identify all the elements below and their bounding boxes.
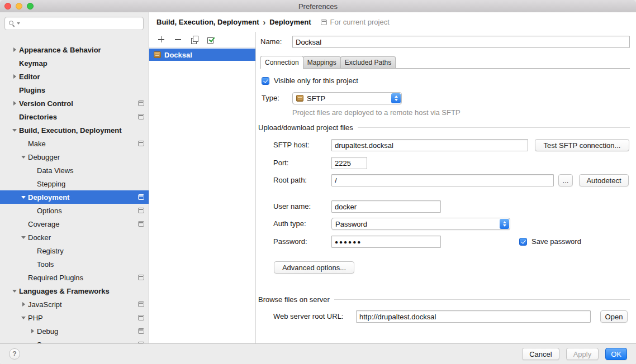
- sidebar-item-label: Data Views: [37, 166, 74, 175]
- sidebar-item-required-plugins[interactable]: Required Plugins: [0, 271, 149, 284]
- browse-section-title: Browse files on server: [258, 295, 330, 304]
- tab-mappings[interactable]: Mappings: [303, 56, 341, 68]
- sidebar-item-data-views[interactable]: Data Views: [0, 164, 149, 177]
- sidebar-item-appearance-behavior[interactable]: Appearance & Behavior: [0, 43, 149, 56]
- sidebar-item-keymap[interactable]: Keymap: [0, 56, 149, 70]
- project-scope-icon: [138, 194, 144, 200]
- advanced-options-button[interactable]: Advanced options...: [274, 261, 354, 274]
- autodetect-button[interactable]: Autodetect: [579, 174, 629, 186]
- password-field[interactable]: [331, 236, 441, 248]
- server-list-item-docksal[interactable]: Docksal: [149, 49, 255, 61]
- section-divider: [358, 127, 630, 128]
- sftp-host-field[interactable]: [331, 139, 528, 151]
- port-label: Port:: [273, 157, 288, 169]
- chevron-down-icon[interactable]: [19, 156, 28, 159]
- user-name-field[interactable]: [331, 200, 441, 213]
- type-select[interactable]: SFTP: [292, 92, 402, 104]
- open-button[interactable]: Open: [600, 310, 628, 323]
- sidebar-item-debugger[interactable]: Debugger: [0, 150, 149, 164]
- sidebar-item-plugins[interactable]: Plugins: [0, 83, 149, 97]
- use-as-default-button[interactable]: [207, 35, 216, 44]
- search-icon[interactable]: [8, 20, 15, 27]
- chevron-right-icon[interactable]: [19, 302, 28, 306]
- browse-section-header: Browse files on server: [258, 293, 630, 305]
- auth-type-select[interactable]: Password: [331, 218, 510, 230]
- chevron-down-icon[interactable]: [10, 290, 19, 293]
- sidebar-item-make[interactable]: Make: [0, 137, 149, 150]
- sidebar-item-options[interactable]: Options: [0, 204, 149, 217]
- sidebar-item-registry[interactable]: Registry: [0, 244, 149, 257]
- upload-section-title: Upload/download project files: [258, 123, 353, 132]
- chevron-right-icon[interactable]: [10, 101, 19, 106]
- sidebar-item-deployment[interactable]: Deployment: [0, 190, 149, 204]
- sidebar-item-servers[interactable]: Servers: [0, 338, 149, 343]
- sidebar-item-directories[interactable]: Directories: [0, 110, 149, 123]
- dialog-buttons: Cancel Apply OK: [522, 348, 627, 360]
- sidebar-item-php[interactable]: PHP: [0, 311, 149, 324]
- sftp-host-label: SFTP host:: [273, 139, 310, 151]
- settings-tabs: Connection Mappings Excluded Paths: [260, 55, 630, 69]
- sidebar-item-stepping[interactable]: Stepping: [0, 177, 149, 190]
- sidebar-item-label: Languages & Frameworks: [19, 287, 110, 295]
- sidebar-item-label: Appearance & Behavior: [19, 46, 101, 54]
- password-label: Password:: [273, 236, 307, 248]
- user-name-label: User name:: [273, 200, 311, 213]
- apply-button[interactable]: Apply: [566, 348, 599, 360]
- test-sftp-connection-button[interactable]: Test SFTP connection...: [535, 139, 629, 151]
- sidebar-item-javascript[interactable]: JavaScript: [0, 298, 149, 311]
- sidebar-item-label: Deployment: [28, 193, 69, 202]
- cancel-button[interactable]: Cancel: [522, 348, 559, 360]
- sidebar-item-label: Coverage: [28, 220, 59, 228]
- auth-type-label: Auth type:: [273, 218, 306, 230]
- sidebar-item-languages-frameworks[interactable]: Languages & Frameworks: [0, 284, 149, 298]
- sidebar-item-label: Editor: [19, 73, 40, 81]
- chevron-down-icon[interactable]: [10, 129, 19, 132]
- settings-search-field[interactable]: [4, 17, 144, 30]
- sidebar-item-docker[interactable]: Docker: [0, 231, 149, 244]
- minimize-window-button[interactable]: [16, 3, 22, 9]
- chevron-right-icon[interactable]: [10, 74, 19, 79]
- add-server-button[interactable]: [156, 35, 165, 44]
- port-field[interactable]: [331, 157, 367, 169]
- browse-root-path-button[interactable]: ...: [558, 174, 573, 186]
- tab-connection[interactable]: Connection: [260, 56, 303, 69]
- copy-server-button[interactable]: [190, 35, 199, 44]
- sidebar-item-tools[interactable]: Tools: [0, 257, 149, 271]
- ok-button[interactable]: OK: [605, 348, 627, 360]
- visible-only-label: Visible only for this project: [274, 75, 358, 87]
- title-bar: Preferences: [0, 0, 636, 13]
- section-divider: [334, 299, 630, 300]
- help-label: ?: [12, 350, 16, 358]
- type-label: Type:: [262, 92, 279, 104]
- project-scope-icon: [138, 114, 144, 119]
- web-root-field[interactable]: [356, 310, 591, 323]
- help-button[interactable]: ?: [9, 348, 20, 360]
- sidebar-item-label: Version Control: [19, 99, 73, 108]
- zoom-window-button[interactable]: [27, 3, 34, 9]
- sidebar-item-coverage[interactable]: Coverage: [0, 217, 149, 231]
- sidebar-item-version-control[interactable]: Version Control: [0, 97, 149, 110]
- sidebar-item-label: Plugins: [19, 86, 45, 94]
- chevron-right-icon[interactable]: [10, 47, 19, 52]
- sidebar-item-editor[interactable]: Editor: [0, 70, 149, 83]
- chevron-right-icon[interactable]: [28, 329, 37, 333]
- tab-excluded-paths[interactable]: Excluded Paths: [340, 56, 396, 68]
- chevron-down-icon[interactable]: [19, 317, 28, 319]
- sftp-type-icon: [296, 95, 303, 102]
- remove-server-button[interactable]: [173, 35, 182, 44]
- upload-section-header: Upload/download project files: [258, 121, 630, 133]
- close-window-button[interactable]: [4, 3, 11, 9]
- root-path-field[interactable]: [331, 174, 554, 186]
- chevron-down-icon[interactable]: [19, 236, 28, 239]
- search-history-chevron-icon[interactable]: [17, 22, 20, 25]
- server-list-toolbar: [149, 32, 255, 47]
- sidebar-item-build-execution-deployment[interactable]: Build, Execution, Deployment: [0, 123, 149, 137]
- name-field[interactable]: [292, 36, 630, 48]
- visible-only-checkbox[interactable]: [262, 77, 269, 85]
- project-scope-icon: [138, 328, 144, 334]
- breadcrumb-section[interactable]: Build, Execution, Deployment: [156, 18, 259, 26]
- search-input[interactable]: [23, 18, 140, 29]
- sidebar-item-debug[interactable]: Debug: [0, 324, 149, 338]
- chevron-down-icon[interactable]: [19, 196, 28, 199]
- save-password-checkbox[interactable]: [519, 238, 527, 246]
